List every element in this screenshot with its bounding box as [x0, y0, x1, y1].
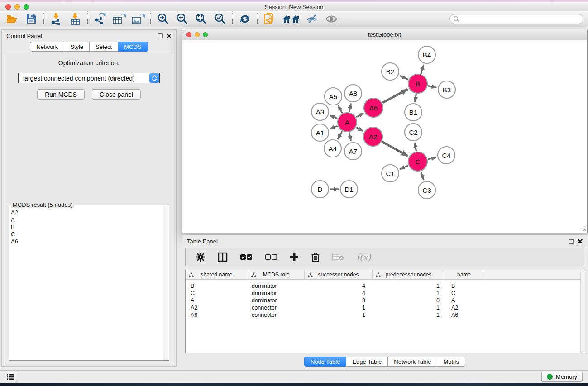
mcds-result-title: MCDS result (5 nodes) [11, 201, 74, 208]
table-row[interactable]: A6 connector 1 1 A6 [186, 311, 585, 319]
table-tabs: Node Table Edge Table Network Table Moti… [182, 356, 588, 367]
network-canvas[interactable]: B4B2BB3A5A8A6A3B1AA1C2A2A4A7C4CC1C3DD1 [182, 40, 587, 233]
close-panel-icon[interactable] [167, 33, 172, 38]
column-header-name[interactable]: name [445, 270, 483, 279]
selected-criterion: largest connected component (directed) [19, 75, 149, 82]
svg-text:B3: B3 [443, 86, 451, 94]
tab-network[interactable]: Network [30, 42, 64, 52]
svg-text:A8: A8 [349, 90, 357, 97]
close-table-panel-icon[interactable] [578, 239, 583, 244]
tab-network-table[interactable]: Network Table [388, 357, 437, 367]
column-header-predecessor-nodes[interactable]: predecessor nodes [373, 270, 445, 279]
svg-text:A5: A5 [329, 93, 337, 100]
svg-text:C4: C4 [442, 152, 450, 159]
select-all-checkboxes-icon[interactable] [240, 254, 253, 260]
export-image-icon[interactable] [131, 13, 145, 25]
function-builder-icon[interactable]: f(x) [356, 252, 371, 262]
float-table-panel-icon[interactable] [569, 239, 574, 244]
add-column-icon[interactable] [290, 253, 299, 262]
list-icon [7, 374, 14, 380]
tab-mcds[interactable]: MCDS [118, 42, 148, 52]
table-row[interactable]: C dominator 4 1 C [186, 290, 585, 297]
table-settings-gear-icon[interactable] [196, 252, 206, 262]
svg-text:D1: D1 [344, 186, 353, 193]
svg-text:A1: A1 [316, 129, 324, 137]
float-panel-icon[interactable] [158, 33, 163, 38]
table-panel: Table Panel [182, 235, 588, 369]
home-icon[interactable] [282, 13, 300, 25]
clear-checkboxes-icon[interactable] [265, 254, 277, 260]
run-mcds-button[interactable]: Run MCDS [37, 89, 85, 100]
network-window-title: testGlobe.txt [182, 31, 587, 38]
open-session-icon[interactable] [5, 13, 19, 25]
task-history-button[interactable] [5, 372, 16, 382]
import-network-icon[interactable] [49, 13, 63, 25]
export-table-icon[interactable] [112, 13, 126, 25]
zoom-fit-icon[interactable] [194, 13, 208, 25]
main-titlebar: Session: New Session [0, 2, 588, 11]
svg-text:D: D [318, 186, 323, 193]
column-header-shared-name[interactable]: shared name [186, 270, 248, 279]
svg-text:B: B [416, 80, 420, 88]
optimization-criterion-select[interactable]: largest connected component (directed) [18, 73, 160, 83]
svg-text:B1: B1 [409, 109, 417, 116]
status-bar: Memory [0, 370, 588, 383]
result-item[interactable]: A2 [11, 209, 163, 216]
svg-text:A: A [345, 119, 349, 126]
memory-button[interactable]: Memory [541, 372, 583, 382]
memory-label: Memory [556, 373, 577, 380]
main-toolbar [0, 11, 588, 27]
svg-text:C3: C3 [422, 186, 431, 194]
refresh-view-icon[interactable] [238, 13, 252, 25]
node-table: shared name MCDS role successor nodes pr… [185, 270, 585, 353]
table-row[interactable]: A dominator 8 0 A [186, 297, 585, 304]
svg-text:B2: B2 [386, 68, 394, 76]
svg-text:A2: A2 [369, 133, 377, 141]
svg-text:C1: C1 [386, 170, 394, 177]
memory-status-icon [547, 374, 553, 380]
select-stepper-icon [149, 73, 159, 83]
zoom-out-icon[interactable] [175, 13, 189, 25]
zoom-in-icon[interactable] [156, 13, 170, 25]
mcds-result-list: A2 A B C A6 [11, 209, 163, 359]
search-input[interactable] [459, 15, 583, 23]
tab-style[interactable]: Style [64, 42, 90, 52]
table-panel-title: Table Panel [187, 238, 218, 245]
result-item[interactable]: A6 [11, 238, 163, 245]
result-item[interactable]: C [11, 231, 163, 238]
mcds-result-box: MCDS result (5 nodes) A2 A B C A6 [9, 205, 169, 361]
search-field[interactable] [449, 14, 583, 24]
app-window: Session: New Session [0, 0, 588, 386]
network-graph[interactable]: B4B2BB3A5A8A6A3B1AA1C2A2A4A7C4CC1C3DD1 [182, 40, 587, 233]
close-panel-button[interactable]: Close panel [92, 89, 141, 100]
network-view-window: testGlobe.txt B4B2BB3A5A8A6A3B1AA1C2A2A4… [182, 29, 588, 233]
desktop-background [0, 383, 588, 386]
svg-text:A3: A3 [316, 108, 324, 116]
column-header-successor-nodes[interactable]: successor nodes [305, 270, 373, 279]
tab-select[interactable]: Select [90, 42, 118, 52]
save-session-icon[interactable] [24, 13, 38, 25]
tab-edge-table[interactable]: Edge Table [346, 357, 388, 367]
show-panel-eye-icon[interactable] [325, 13, 338, 25]
delete-table-icon[interactable] [332, 253, 344, 261]
tab-motifs[interactable]: Motifs [437, 357, 465, 367]
resize-grip[interactable] [580, 226, 586, 232]
search-icon [453, 16, 459, 22]
result-list-scrollbar[interactable] [163, 206, 168, 360]
result-item[interactable]: B [11, 224, 163, 231]
column-header-mcds-role[interactable]: MCDS role [248, 270, 305, 279]
delete-column-trash-icon[interactable] [311, 252, 320, 262]
table-scrollbar[interactable] [580, 270, 585, 353]
hide-panel-eye-icon[interactable] [306, 13, 319, 25]
control-panel-tabs: Network Style Select MCDS [2, 42, 176, 52]
manage-networks-icon[interactable] [263, 13, 277, 25]
show-column-icon[interactable] [218, 252, 228, 262]
svg-text:A4: A4 [329, 145, 337, 152]
table-row[interactable]: B dominator 4 1 B [186, 282, 585, 290]
table-row[interactable]: A2 connector 1 1 A2 [186, 304, 585, 311]
result-item[interactable]: A [11, 216, 163, 224]
import-table-icon[interactable] [68, 13, 82, 25]
tab-node-table[interactable]: Node Table [304, 357, 347, 367]
zoom-selected-icon[interactable] [213, 13, 227, 25]
export-network-icon[interactable] [93, 13, 107, 25]
